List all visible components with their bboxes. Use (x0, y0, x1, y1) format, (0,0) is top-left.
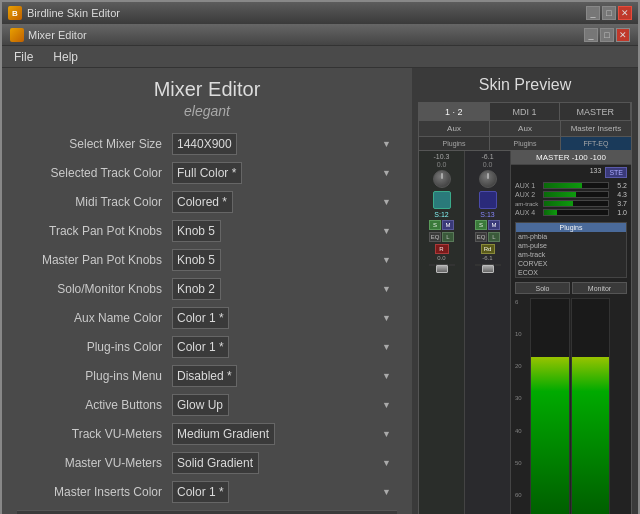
select-wrapper-master-vu: Solid Gradient (172, 452, 397, 474)
channel-2-eq-btn[interactable]: EQ (475, 232, 487, 242)
channel-1-l-btn[interactable]: L (442, 232, 454, 242)
subtab-fft-eq[interactable]: FFT-EQ (561, 137, 631, 150)
select-active-buttons[interactable]: Glow Up (172, 394, 229, 416)
inner-close-button[interactable]: ✕ (616, 28, 630, 42)
label-track-pan: Track Pan Pot Knobs (17, 224, 172, 238)
aux-label-3: am-track (515, 201, 543, 207)
channel-2-rd-btn[interactable]: Rd (481, 244, 495, 254)
select-master-inserts[interactable]: Color 1 * (172, 481, 229, 503)
select-aux-color[interactable]: Color 1 * (172, 307, 229, 329)
db-40: 40 (515, 428, 529, 434)
monitor-button[interactable]: Monitor (572, 282, 627, 294)
select-master-pan[interactable]: Knob 5 (172, 249, 221, 271)
subtab-aux-2[interactable]: Aux (490, 121, 561, 136)
menu-file[interactable]: File (10, 48, 37, 66)
inner-title-left: Mixer Editor (10, 28, 87, 42)
inner-window: Mixer Editor _ □ ✕ File Help Mixer Edito… (2, 24, 638, 514)
plugin-1: am-phbia (516, 232, 626, 241)
select-wrapper-selected-color: Full Color * (172, 162, 397, 184)
aux-row-3: am-track 3.7 (515, 200, 627, 207)
subtab-plugins-2[interactable]: Plugins (490, 137, 561, 150)
minimize-button[interactable]: _ (586, 6, 600, 20)
outer-title-buttons: _ □ ✕ (586, 6, 632, 20)
channel-2-m-btn[interactable]: M (488, 220, 500, 230)
form-row-selected-color: Selected Track Color Full Color * (17, 162, 397, 184)
mixer-tab-master[interactable]: MASTER (560, 103, 631, 120)
master-header: MASTER -100 -100 (511, 151, 631, 165)
aux-row-2: AUX 2 4.3 (515, 191, 627, 198)
db-60: 60 (515, 492, 529, 498)
select-mixer-size[interactable]: 1440X900 (172, 133, 237, 155)
db-30: 30 (515, 395, 529, 401)
ste-button[interactable]: STE (605, 167, 627, 178)
select-wrapper-solo-knobs: Knob 2 (172, 278, 397, 300)
form-row-solo-knobs: Solo/Monitor Knobs Knob 2 (17, 278, 397, 300)
db-20: 20 (515, 363, 529, 369)
panel-title: Mixer Editor (17, 78, 397, 101)
label-plugins-color: Plug-ins Color (17, 340, 172, 354)
aux-val-2: 4.3 (609, 191, 627, 198)
select-track-pan[interactable]: Knob 5 (172, 220, 221, 242)
select-selected-color[interactable]: Full Color * (172, 162, 242, 184)
menu-help[interactable]: Help (49, 48, 82, 66)
channel-1-bot-val: 0.0 (437, 255, 445, 261)
form-row-plugins-menu: Plug-ins Menu Disabled * (17, 365, 397, 387)
aux-fill-3 (544, 201, 573, 206)
solo-button[interactable]: Solo (515, 282, 570, 294)
channel-2-vu-r (495, 264, 501, 266)
select-wrapper-track-pan: Knob 5 (172, 220, 397, 242)
select-track-vu[interactable]: Medium Gradient (172, 423, 275, 445)
channel-1-label: S:12 (434, 211, 448, 218)
select-master-vu[interactable]: Solid Gradient (172, 452, 259, 474)
aux-bar-4 (543, 209, 609, 216)
plugin-4: CORVEX (516, 259, 626, 268)
select-midi-color[interactable]: Colored * (172, 191, 233, 213)
subtab-plugins-1[interactable]: Plugins (419, 137, 490, 150)
inner-minimize-button[interactable]: _ (584, 28, 598, 42)
aux-rows: AUX 1 5.2 AUX 2 (511, 180, 631, 220)
plugins-header: Plugins (516, 223, 626, 232)
aux-bar-3 (543, 200, 609, 207)
label-active-buttons: Active Buttons (17, 398, 172, 412)
inner-maximize-button[interactable]: □ (600, 28, 614, 42)
channel-2-val2: 0.0 (483, 161, 493, 168)
master-val: 133 (590, 167, 602, 178)
subtab-aux-1[interactable]: Aux (419, 121, 490, 136)
inner-title-text: Mixer Editor (28, 29, 87, 41)
aux-val-3: 3.7 (609, 200, 627, 207)
channel-2-fader[interactable] (482, 264, 494, 266)
inner-app-icon (10, 28, 24, 42)
channel-1-eq-btn[interactable]: EQ (429, 232, 441, 242)
mixer-tab-12[interactable]: 1 · 2 (419, 103, 490, 120)
outer-title-left: B Birdline Skin Editor (8, 6, 120, 20)
form-row-plugins-color: Plug-ins Color Color 1 * (17, 336, 397, 358)
select-solo-knobs[interactable]: Knob 2 (172, 278, 221, 300)
mixer-tab-midi[interactable]: MDI 1 (490, 103, 561, 120)
channel-1-knob[interactable] (433, 170, 451, 188)
channel-2-s-btn[interactable]: S (475, 220, 487, 230)
channel-1-fader[interactable] (436, 264, 448, 266)
maximize-button[interactable]: □ (602, 6, 616, 20)
plugin-5: ECOX (516, 268, 626, 277)
master-vu-l (530, 298, 570, 514)
panel-subtitle: elegant (17, 103, 397, 119)
select-wrapper-plugins-color: Color 1 * (172, 336, 397, 358)
bottom-bar: AudioZ X-Clusive Release-teamREPT Save P… (17, 510, 397, 514)
outer-title-text: Birdline Skin Editor (27, 7, 120, 19)
select-plugins-color[interactable]: Color 1 * (172, 336, 229, 358)
label-mixer-size: Select Mixer Size (17, 137, 172, 151)
channel-1-s-btn[interactable]: S (429, 220, 441, 230)
vu-empty-l (531, 299, 569, 357)
channel-2-knob[interactable] (479, 170, 497, 188)
channel-2-l-btn[interactable]: L (488, 232, 500, 242)
aux-row-4: AUX 4 1.0 (515, 209, 627, 216)
label-plugins-menu: Plug-ins Menu (17, 369, 172, 383)
channel-1-m-btn[interactable]: M (442, 220, 454, 230)
label-track-vu: Track VU-Meters (17, 427, 172, 441)
channel-1-r-btn[interactable]: R (435, 244, 449, 254)
aux-fill-4 (544, 210, 557, 215)
outer-title-bar: B Birdline Skin Editor _ □ ✕ (2, 2, 638, 24)
select-plugins-menu[interactable]: Disabled * (172, 365, 237, 387)
close-button[interactable]: ✕ (618, 6, 632, 20)
subtab-master-inserts[interactable]: Master Inserts (561, 121, 631, 136)
